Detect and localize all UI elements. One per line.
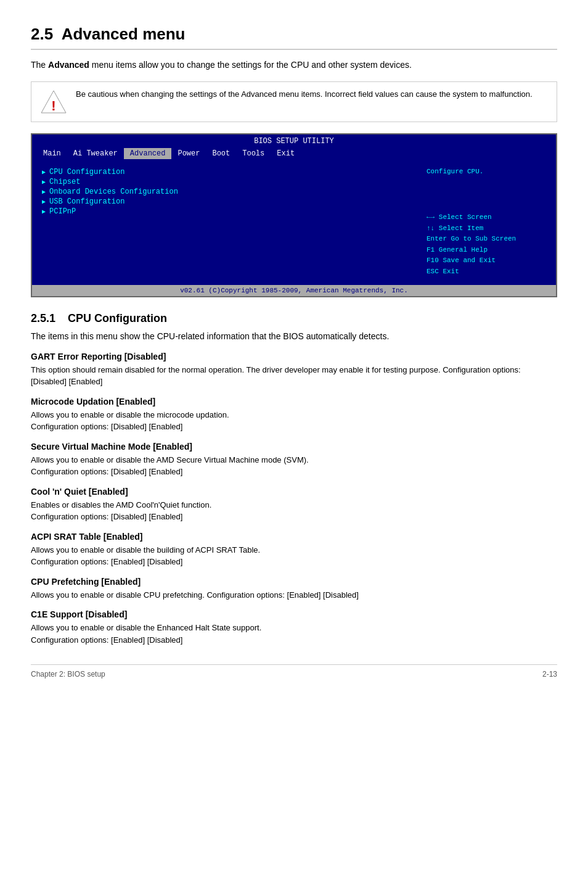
svg-text:!: ! [51,98,55,113]
bios-key-f10: F10 Save and Exit [427,255,550,266]
section-title: 2.5 Advanced menu [31,25,557,50]
feature-microcode-heading: Microcode Updation [Enabled] [31,397,557,406]
warning-box: ! Be cautious when changing the settings… [31,81,557,122]
feature-svm-desc: Allows you to enable or disable the AMD … [31,454,557,478]
bios-key-selectitem: ↑↓ Select Item [427,223,550,234]
bios-key-esc: ESC Exit [427,266,550,278]
feature-svm: Secure Virtual Machine Mode [Enabled] Al… [31,442,557,478]
feature-gart-desc: This option should remain disabled for t… [31,364,557,388]
feature-cpuprefetch-heading: CPU Prefetching [Enabled] [31,577,557,587]
bios-menu-aitweaker[interactable]: Ai Tweaker [67,148,124,159]
intro-paragraph: The Advanced menu items allow you to cha… [31,59,557,72]
warning-text: Be cautious when changing the settings o… [76,88,533,101]
feature-c1e-heading: C1E Support [Disabled] [31,609,557,619]
feature-acpi: ACPI SRAT Table [Enabled] Allows you to … [31,532,557,568]
bios-item-cpu[interactable]: CPU Configuration [42,168,410,176]
feature-cpuprefetch: CPU Prefetching [Enabled] Allows you to … [31,577,557,601]
feature-acpi-desc: Allows you to enable or disable the buil… [31,544,557,568]
subsection-title: 2.5.1 CPU Configuration [31,312,557,325]
feature-coolnquiet-desc: Enables or disables the AMD Cool'n'Quiet… [31,499,557,523]
feature-coolnquiet: Cool 'n' Quiet [Enabled] Enables or disa… [31,487,557,523]
feature-coolnquiet-heading: Cool 'n' Quiet [Enabled] [31,487,557,497]
feature-c1e-desc: Allows you to enable or disable the Enha… [31,622,557,646]
bios-screenshot: BIOS SETUP UTILITY Main Ai Tweaker Advan… [31,133,557,297]
feature-microcode-desc: Allows you to enable or disable the micr… [31,409,557,433]
warning-icon: ! [40,88,67,115]
bios-menu-boot[interactable]: Boot [206,148,236,159]
bios-right-configure: Configure CPU. [427,168,550,175]
bios-header: BIOS SETUP UTILITY [32,134,556,147]
bios-footer: v02.61 (C)Copyright 1985-2009, American … [32,285,556,296]
bios-left-panel: CPU Configuration Chipset Onboard Device… [32,165,420,280]
bios-key-f1: F1 General Help [427,245,550,256]
bios-right-keys: ←→ Select Screen ↑↓ Select Item Enter Go… [427,212,550,278]
bios-menu-main[interactable]: Main [37,148,67,159]
bios-key-selectscreen: ←→ Select Screen [427,212,550,223]
feature-cpuprefetch-desc: Allows you to enable or disable CPU pref… [31,589,557,601]
footer-left: Chapter 2: BIOS setup [31,670,105,679]
bios-menu-power[interactable]: Power [171,148,206,159]
feature-c1e: C1E Support [Disabled] Allows you to ena… [31,609,557,646]
bios-right-panel: Configure CPU. ←→ Select Screen ↑↓ Selec… [420,165,556,280]
subsection-intro: The items in this menu show the CPU-rela… [31,330,557,343]
bios-menubar: Main Ai Tweaker Advanced Power Boot Tool… [32,147,556,160]
bios-body: CPU Configuration Chipset Onboard Device… [32,160,556,285]
bios-item-usb[interactable]: USB Configuration [42,197,410,206]
bios-key-enter: Enter Go to Sub Screen [427,234,550,245]
feature-acpi-heading: ACPI SRAT Table [Enabled] [31,532,557,542]
footer-right: 2-13 [542,670,557,679]
feature-gart: GART Error Reporting [Disabled] This opt… [31,352,557,388]
bios-menu-advanced[interactable]: Advanced [124,148,172,159]
feature-gart-heading: GART Error Reporting [Disabled] [31,352,557,361]
page-footer: Chapter 2: BIOS setup 2-13 [31,664,557,679]
bios-menu-exit[interactable]: Exit [271,148,301,159]
bios-item-onboard[interactable]: Onboard Devices Configuration [42,188,410,196]
bios-item-pcinp[interactable]: PCIPnP [42,207,410,216]
bios-menu-tools[interactable]: Tools [236,148,271,159]
feature-svm-heading: Secure Virtual Machine Mode [Enabled] [31,442,557,452]
bios-item-chipset[interactable]: Chipset [42,178,410,186]
feature-microcode: Microcode Updation [Enabled] Allows you … [31,397,557,433]
